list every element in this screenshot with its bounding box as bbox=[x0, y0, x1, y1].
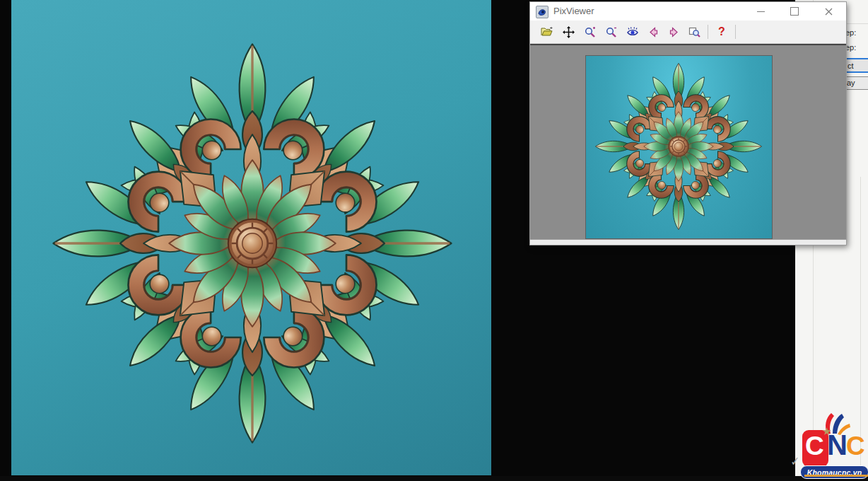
bottom-edge bbox=[0, 476, 868, 481]
zoom-out-button[interactable] bbox=[602, 23, 621, 41]
zoom-region-button[interactable] bbox=[685, 23, 704, 41]
logo-underline bbox=[804, 475, 868, 477]
check-mark: ✓ bbox=[790, 453, 801, 469]
zoom-out-icon bbox=[605, 26, 617, 38]
clipped-display-button[interactable]: ay bbox=[844, 76, 868, 90]
preview-ornament bbox=[594, 62, 763, 231]
pixviewer-window: PixViewer bbox=[529, 1, 847, 245]
star-icon: ★ bbox=[822, 425, 831, 438]
maximize-icon bbox=[790, 7, 799, 16]
close-button[interactable] bbox=[818, 2, 839, 21]
maximize-button[interactable] bbox=[784, 2, 805, 21]
clipped-action-button[interactable]: ct bbox=[844, 58, 868, 73]
next-button[interactable] bbox=[664, 23, 684, 41]
close-icon bbox=[825, 8, 833, 16]
zoom-in-button[interactable] bbox=[580, 23, 599, 41]
minimize-icon bbox=[757, 11, 765, 12]
toolbar-separator bbox=[708, 25, 708, 39]
previous-arrow-icon bbox=[648, 27, 659, 37]
relief-canvas[interactable] bbox=[11, 0, 491, 475]
title-bar[interactable]: PixViewer bbox=[530, 2, 846, 21]
help-button[interactable]: ? bbox=[712, 23, 731, 41]
toolbar: ? bbox=[530, 21, 846, 44]
previous-button[interactable] bbox=[644, 23, 663, 41]
preview-image[interactable] bbox=[585, 55, 773, 239]
open-file-icon bbox=[541, 26, 553, 37]
logo-letter-c1: C bbox=[805, 431, 824, 461]
pixviewer-app-icon bbox=[536, 6, 549, 18]
pan-button[interactable] bbox=[559, 23, 578, 41]
minimize-button[interactable] bbox=[750, 2, 771, 21]
toolbar-separator bbox=[735, 25, 736, 39]
next-arrow-icon bbox=[669, 27, 679, 37]
pan-icon bbox=[563, 26, 575, 38]
logo-letter-c2: C bbox=[846, 431, 865, 461]
view-eye-icon bbox=[626, 26, 639, 37]
open-file-button[interactable] bbox=[537, 23, 556, 41]
viewer-client-area bbox=[530, 44, 846, 240]
zoom-region-icon bbox=[688, 26, 700, 38]
watermark-logo: ★ C N C Khomaucnc.vn bbox=[800, 413, 868, 478]
view-button[interactable] bbox=[623, 23, 642, 41]
window-bottom-frame bbox=[530, 239, 846, 245]
step-label: ep: bbox=[845, 43, 856, 52]
relief-ornament bbox=[51, 42, 454, 445]
desktop: ep: ep: ct ay PixViewer bbox=[0, 0, 868, 481]
zoom-in-icon bbox=[584, 26, 596, 38]
logo-site-pill: Khomaucnc.vn bbox=[800, 465, 868, 479]
panel-divider bbox=[845, 23, 868, 24]
step-label: ep: bbox=[845, 28, 856, 37]
window-title: PixViewer bbox=[553, 2, 594, 21]
